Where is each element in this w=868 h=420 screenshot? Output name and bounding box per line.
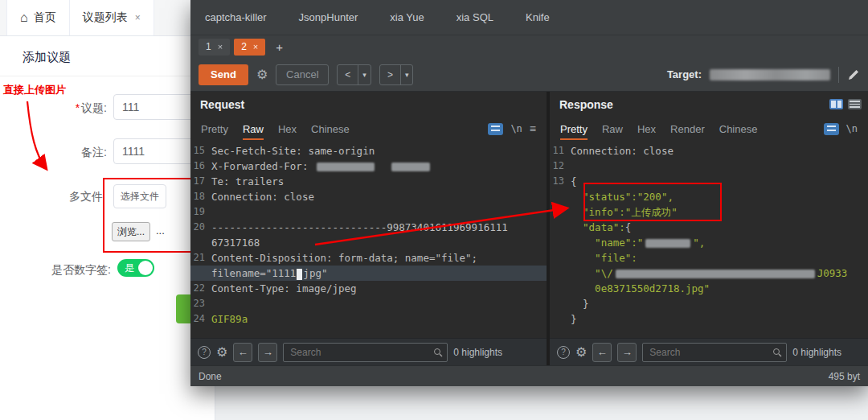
tab-topic-list[interactable]: 议题列表 × — [70, 0, 154, 35]
close-icon[interactable]: × — [135, 12, 141, 23]
pretty-print-icon[interactable] — [488, 123, 503, 135]
chevron-down-icon[interactable]: ▾ — [400, 65, 413, 84]
tab-home[interactable]: ⌂ 首页 — [6, 0, 70, 35]
editor-line[interactable]: "name":"", — [550, 235, 868, 250]
highlight-count: 0 highlights — [453, 347, 502, 358]
editor-line[interactable]: "\/J0933 — [550, 266, 868, 281]
editor-line[interactable]: } — [550, 296, 868, 311]
show-newlines-toggle[interactable]: \n — [846, 123, 858, 134]
tab-pretty[interactable]: Pretty — [560, 117, 588, 140]
menu-item-knife[interactable]: Knife — [526, 11, 550, 23]
chevron-down-icon[interactable]: ▾ — [358, 65, 371, 84]
target-label: Target: — [667, 68, 702, 80]
status-bar: Done 495 byt — [190, 365, 868, 386]
editor-line[interactable]: 15Sec-Fetch-Site: same-origin — [190, 143, 547, 159]
editor-line[interactable]: 67317168 — [190, 235, 547, 250]
tab-hex[interactable]: Hex — [278, 117, 297, 140]
browse-button[interactable]: 浏览... — [112, 222, 150, 241]
menu-item-xia-yue[interactable]: xia Yue — [390, 11, 424, 23]
editor-line[interactable]: 20-----------------------------998734016… — [190, 220, 547, 235]
help-icon[interactable]: ? — [557, 346, 570, 359]
toggle-on-label: 是 — [125, 261, 134, 275]
editor-line[interactable]: 13{ — [550, 174, 868, 189]
response-editor[interactable]: 11Connection: close1213{ "status":"200",… — [550, 140, 868, 338]
find-previous-button[interactable]: ← — [233, 343, 252, 362]
editor-line[interactable]: } — [550, 311, 868, 327]
tab-chinese[interactable]: Chinese — [311, 117, 350, 140]
editor-line[interactable]: 19 — [190, 204, 547, 220]
digital-sign-toggle[interactable]: 是 — [117, 259, 154, 277]
repeater-tab-2[interactable]: 2 × — [234, 39, 265, 56]
text-cursor — [297, 269, 302, 280]
app-tab-bar: ⌂ 首页 议题列表 × — [0, 0, 215, 36]
line-number — [550, 204, 571, 220]
tab-render[interactable]: Render — [670, 117, 705, 140]
editor-line[interactable]: "file": — [550, 250, 868, 266]
close-icon[interactable]: × — [218, 42, 223, 51]
editor-line[interactable]: filename="1111jpg" — [190, 266, 547, 281]
request-editor[interactable]: 15Sec-Fetch-Site: same-origin16X-Forward… — [190, 140, 547, 338]
layout-icons — [829, 99, 862, 109]
editor-line[interactable]: 0e8371550d2718.jpg" — [550, 281, 868, 296]
burp-suite-window: captcha-killer JsonpHunter xia Yue xia S… — [190, 0, 868, 386]
next-label: > — [380, 69, 400, 80]
request-rows: 15Sec-Fetch-Site: same-origin16X-Forward… — [190, 143, 547, 327]
close-icon[interactable]: × — [253, 42, 258, 51]
editor-line[interactable]: 17Te: trailers — [190, 174, 547, 189]
editor-line[interactable]: "status":"200", — [550, 189, 868, 204]
columns-layout-icon[interactable] — [829, 99, 843, 109]
select-file-button[interactable]: 选择文件 — [113, 184, 166, 208]
editor-line[interactable]: 16X-Forwarded-For: — [190, 159, 547, 174]
gear-icon[interactable]: ⚙ — [216, 344, 227, 360]
search-field-wrap — [642, 343, 787, 362]
remark-label: 备注: — [0, 146, 107, 160]
search-input[interactable] — [283, 343, 448, 362]
previous-request-button[interactable]: < ▾ — [337, 64, 371, 85]
editor-line[interactable]: 21Content-Disposition: form-data; name="… — [190, 250, 547, 266]
editor-line[interactable]: "data":{ — [550, 220, 868, 235]
editor-line[interactable]: 22Content-Type: image/jpeg — [190, 281, 547, 296]
byte-count: 495 byt — [829, 371, 860, 382]
hamburger-menu-icon[interactable]: ≡ — [530, 122, 536, 135]
line-number: 24 — [190, 311, 211, 327]
send-button[interactable]: Send — [199, 64, 248, 85]
pencil-icon[interactable] — [847, 68, 860, 81]
editor-line[interactable]: 18Connection: close — [190, 189, 547, 204]
rows-layout-icon[interactable] — [848, 99, 862, 109]
menu-item-jsonphunter[interactable]: JsonpHunter — [299, 11, 358, 23]
redacted-text — [317, 163, 375, 171]
tab-pretty[interactable]: Pretty — [201, 117, 228, 140]
request-pane: Request Pretty Raw Hex Chinese \n ≡ 15Se… — [190, 92, 547, 365]
help-icon[interactable]: ? — [198, 346, 211, 359]
editor-line[interactable]: 24GIF89a — [190, 311, 547, 327]
gear-icon[interactable]: ⚙ — [256, 67, 268, 82]
find-next-button[interactable]: → — [617, 343, 637, 362]
repeater-tab-2-label: 2 — [241, 41, 247, 52]
menu-item-captcha-killer[interactable]: captcha-killer — [205, 11, 267, 23]
tab-raw[interactable]: Raw — [243, 117, 264, 140]
next-request-button[interactable]: > ▾ — [379, 64, 414, 85]
line-number: 17 — [190, 174, 211, 189]
find-next-button[interactable]: → — [258, 343, 277, 362]
editor-line[interactable]: 11Connection: close — [550, 143, 868, 159]
tab-chinese[interactable]: Chinese — [719, 117, 758, 140]
editor-line[interactable]: "info":"上传成功" — [550, 204, 868, 220]
pretty-print-icon[interactable] — [824, 123, 839, 135]
response-pane: Response Pretty Raw Hex Render Chinese \… — [550, 92, 868, 365]
repeater-tab-1[interactable]: 1 × — [199, 39, 230, 56]
find-previous-button[interactable]: ← — [592, 343, 612, 362]
gear-icon[interactable]: ⚙ — [575, 344, 587, 360]
menu-item-xia-sql[interactable]: xia SQL — [457, 11, 493, 23]
tab-raw[interactable]: Raw — [602, 117, 623, 140]
cancel-button[interactable]: Cancel — [276, 64, 329, 85]
line-number: 16 — [190, 159, 211, 174]
editor-line[interactable]: 23 — [190, 296, 547, 311]
show-newlines-toggle[interactable]: \n — [510, 123, 522, 134]
tab-hex[interactable]: Hex — [637, 117, 656, 140]
editor-line[interactable]: 12 — [550, 159, 868, 174]
search-input[interactable] — [642, 343, 787, 362]
line-number: 15 — [190, 143, 211, 159]
add-tab-button[interactable]: + — [276, 40, 283, 54]
multifile-label: 多文件 — [0, 190, 103, 204]
line-number — [190, 235, 211, 250]
